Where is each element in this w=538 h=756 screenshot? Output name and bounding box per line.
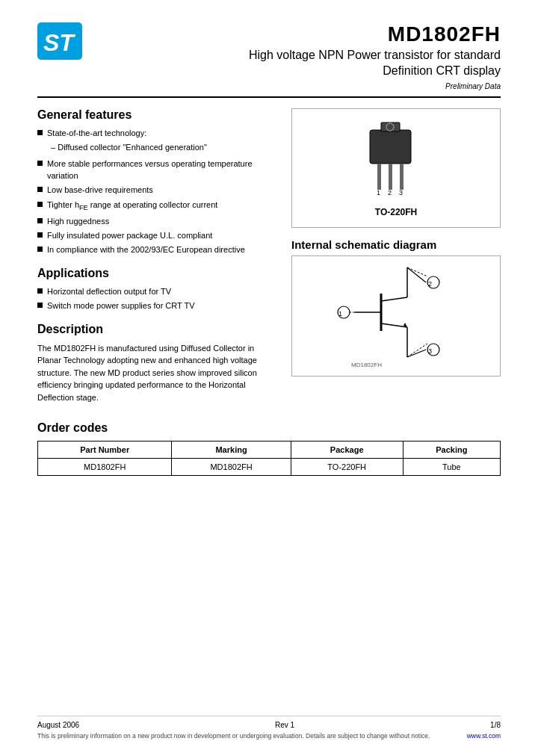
svg-text:ST: ST — [43, 29, 75, 56]
footer-note: This is preliminary information on a new… — [37, 732, 501, 741]
st-logo-icon: ST — [37, 22, 82, 60]
bullet-icon — [37, 288, 43, 294]
bullet-icon — [37, 202, 43, 207]
bullet-icon — [37, 232, 43, 238]
page: ST MD1802FH High voltage NPN Power trans… — [0, 0, 538, 756]
list-item-sub: Diffused collector "Enhanced generation" — [37, 142, 276, 155]
right-column: 1 2 3 TO-220FH Internal schematic diagra… — [291, 108, 501, 403]
schematic-diagram-icon: 2 3 1 MD1802 — [310, 264, 482, 368]
cell-marking: MD1802FH — [172, 459, 291, 476]
applications-list: Horizontal deflection output for TV Swit… — [37, 286, 276, 312]
header: ST MD1802FH High voltage NPN Power trans… — [37, 22, 501, 98]
footer-top: August 2006 Rev 1 1/8 — [37, 721, 501, 729]
bullet-icon — [37, 247, 43, 252]
list-item: Horizontal deflection output for TV — [37, 286, 276, 297]
logo: ST — [37, 22, 90, 62]
footer: August 2006 Rev 1 1/8 This is preliminar… — [37, 716, 501, 741]
order-codes-section: Order codes Part Number Marking Package … — [37, 421, 501, 476]
package-label: TO-220FH — [375, 207, 417, 217]
table-header-row: Part Number Marking Package Packing — [38, 441, 501, 459]
list-item: Tighter hFE range at operating collector… — [37, 199, 276, 213]
svg-text:MD1802FH: MD1802FH — [351, 362, 382, 368]
bullet-icon — [37, 130, 43, 135]
list-item: Low base-drive requirements — [37, 185, 276, 196]
svg-rect-3 — [381, 123, 400, 131]
svg-text:1: 1 — [377, 189, 380, 196]
col-header-packing: Packing — [403, 441, 500, 459]
footer-date: August 2006 — [37, 721, 79, 729]
footer-note-text: This is preliminary information on a new… — [37, 732, 430, 741]
list-item: High ruggedness — [37, 216, 276, 227]
left-column: General features State-of-the-art techno… — [37, 108, 276, 403]
order-codes-title: Order codes — [37, 421, 501, 435]
col-header-package: Package — [291, 441, 403, 459]
transistor-drawing-icon: 1 2 3 — [351, 119, 441, 201]
table-row: MD1802FH MD1802FH TO-220FH Tube — [38, 459, 501, 476]
header-right: MD1802FH High voltage NPN Power transist… — [249, 22, 501, 90]
feature-list: State-of-the-art technology: Diffused co… — [37, 128, 276, 256]
svg-line-19 — [407, 267, 426, 282]
svg-line-15 — [381, 297, 407, 301]
svg-rect-6 — [389, 164, 392, 190]
product-title: MD1802FH — [249, 22, 501, 46]
col-header-part-number: Part Number — [38, 441, 172, 459]
col-header-marking: Marking — [172, 441, 291, 459]
list-item: In compliance with the 2002/93/EC Europe… — [37, 244, 276, 255]
svg-text:3: 3 — [399, 189, 403, 196]
general-features-title: General features — [37, 108, 276, 122]
svg-rect-2 — [370, 130, 411, 164]
preliminary-data: Preliminary Data — [249, 82, 501, 90]
svg-text:1: 1 — [338, 310, 342, 317]
schematic-box: 2 3 1 MD1802 — [291, 255, 501, 377]
svg-line-16 — [381, 323, 407, 327]
list-item: Fully insulated power package U.L. compl… — [37, 230, 276, 241]
svg-text:3: 3 — [428, 347, 432, 355]
bullet-icon — [37, 161, 43, 166]
list-item: More stable performances versus operatin… — [37, 158, 276, 182]
list-item: State-of-the-art technology: — [37, 128, 276, 139]
description-text: The MD1802FH is manufactured using Diffu… — [37, 342, 276, 404]
product-subtitle: High voltage NPN Power transistor for st… — [249, 48, 501, 79]
package-image-box: 1 2 3 TO-220FH — [291, 108, 501, 228]
main-content: General features State-of-the-art techno… — [37, 108, 501, 403]
cell-package: TO-220FH — [291, 459, 403, 476]
bullet-icon — [37, 187, 43, 192]
cell-packing: Tube — [403, 459, 500, 476]
bullet-icon — [37, 303, 43, 308]
schematic-title: Internal schematic diagram — [291, 238, 501, 251]
svg-text:2: 2 — [388, 189, 392, 196]
cell-part-number: MD1802FH — [38, 459, 172, 476]
footer-url: www.st.com — [467, 732, 501, 741]
applications-title: Applications — [37, 267, 276, 280]
footer-page: 1/8 — [490, 721, 501, 729]
footer-rev: Rev 1 — [275, 721, 294, 729]
svg-rect-5 — [377, 164, 381, 190]
order-table: Part Number Marking Package Packing MD18… — [37, 441, 501, 476]
bullet-icon — [37, 218, 43, 223]
svg-text:2: 2 — [428, 280, 432, 288]
svg-rect-7 — [400, 164, 404, 190]
list-item: Switch mode power supplies for CRT TV — [37, 300, 276, 312]
description-title: Description — [37, 323, 276, 336]
